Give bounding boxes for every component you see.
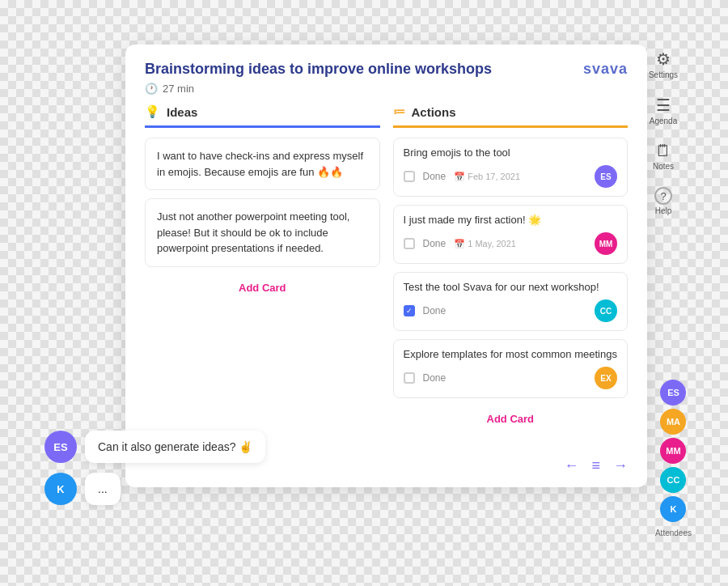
actions-add-card-button[interactable]: Add Card (393, 406, 629, 431)
sidebar-item-help[interactable]: ? Help (650, 182, 677, 220)
clock-icon: 🕐 (145, 83, 158, 95)
header-meta: 🕐 27 min (145, 83, 492, 95)
actions-column-title: Actions (412, 105, 456, 119)
action-card-4-avatar: EX (595, 367, 617, 389)
action-card-1: Bring emojis to the tool Done 📅 Feb 17, … (393, 138, 629, 197)
chat-bubble-2: ... (85, 473, 121, 505)
action-card-3-checkbox[interactable] (404, 305, 415, 316)
sidebar-item-notes[interactable]: 🗒 Notes (648, 137, 679, 176)
attendees-label: Attendees (655, 529, 692, 537)
content-area: 💡 Ideas I want to have check-ins and exp… (125, 104, 647, 451)
ideas-column-header: 💡 Ideas (145, 104, 380, 128)
ideas-add-card-button[interactable]: Add Card (145, 275, 380, 300)
action-meta-left-4: Done (404, 372, 447, 384)
chat-avatar-es: ES (44, 431, 77, 463)
main-panel: Brainstorming ideas to improve online wo… (125, 45, 647, 487)
action-meta-left-3: Done (404, 305, 447, 316)
idea-card-1: I want to have check-ins and express mys… (145, 138, 380, 190)
action-card-1-title: Bring emojis to the tool (404, 146, 618, 159)
actions-column-header: ≔ Actions (393, 104, 629, 128)
brand-logo: svava (583, 61, 628, 78)
chat-bubble-1: Can it also generate ideas? ✌ (85, 431, 265, 463)
header-left: Brainstorming ideas to improve online wo… (145, 61, 492, 95)
prev-nav-button[interactable]: ← (564, 457, 578, 474)
action-card-3: Test the tool Svava for our next worksho… (393, 272, 629, 331)
agenda-icon: ☰ (656, 96, 671, 115)
notes-label: Notes (653, 162, 674, 171)
action-meta-left-2: Done 📅 1 May, 2021 (404, 238, 516, 249)
action-card-4-meta: Done EX (404, 367, 618, 389)
settings-icon: ⚙ (656, 49, 671, 69)
header: Brainstorming ideas to improve online wo… (125, 45, 647, 104)
right-sidebar: ⚙ Settings ☰ Agenda 🗒 Notes ? Help (639, 45, 688, 220)
help-icon: ? (654, 187, 672, 205)
action-card-2-checkbox[interactable] (404, 238, 415, 249)
page-title: Brainstorming ideas to improve online wo… (145, 61, 492, 78)
action-card-4: Explore templates for most common meetin… (393, 339, 629, 398)
attendee-avatar-ma: MA (660, 409, 686, 435)
action-card-3-title: Test the tool Svava for our next worksho… (404, 281, 618, 293)
action-card-2-meta: Done 📅 1 May, 2021 MM (404, 232, 618, 255)
chat-area: ES Can it also generate ideas? ✌ K ... (44, 431, 265, 505)
actions-column: ≔ Actions Bring emojis to the tool Done … (393, 104, 629, 431)
attendee-avatar-k: K (660, 496, 686, 522)
duration-label: 27 min (163, 83, 194, 95)
action-card-3-avatar: CC (595, 299, 617, 322)
attendees-list: ES MA MM CC K (660, 380, 686, 522)
sidebar-item-agenda[interactable]: ☰ Agenda (645, 91, 682, 130)
attendee-avatar-es: ES (660, 380, 686, 406)
attendee-avatar-mm: MM (660, 438, 686, 464)
action-card-2-avatar: MM (595, 232, 617, 255)
action-card-2-title: I just made my first action! 🌟 (404, 214, 618, 226)
action-card-1-meta: Done 📅 Feb 17, 2021 ES (404, 165, 618, 188)
list-nav-button[interactable]: ≡ (591, 457, 600, 474)
ideas-column: 💡 Ideas I want to have check-ins and exp… (145, 104, 380, 431)
sidebar-item-settings[interactable]: ⚙ Settings (644, 45, 683, 84)
next-nav-button[interactable]: → (613, 457, 628, 474)
action-card-1-checkbox[interactable] (404, 171, 415, 182)
ideas-icon: 💡 (145, 104, 160, 119)
help-label: Help (655, 206, 672, 215)
action-card-2: I just made my first action! 🌟 Done 📅 1 … (393, 205, 629, 264)
chat-row-2: K ... (44, 473, 265, 505)
attendee-avatar-cc: CC (660, 467, 686, 493)
action-meta-left-1: Done 📅 Feb 17, 2021 (404, 171, 521, 182)
ideas-column-title: Ideas (167, 105, 197, 119)
attendees-section: ES MA MM CC K Attendees (655, 380, 692, 537)
agenda-label: Agenda (650, 117, 677, 125)
settings-label: Settings (649, 70, 678, 79)
action-card-4-checkbox[interactable] (404, 372, 415, 384)
action-card-1-avatar: ES (595, 165, 617, 188)
chat-row-1: ES Can it also generate ideas? ✌ (44, 431, 265, 463)
notes-icon: 🗒 (655, 142, 671, 160)
chat-avatar-k: K (44, 473, 77, 505)
actions-icon: ≔ (393, 104, 405, 119)
action-card-3-meta: Done CC (404, 299, 618, 322)
action-card-4-title: Explore templates for most common meetin… (404, 348, 618, 360)
idea-card-2: Just not another powerpoint meeting tool… (145, 198, 380, 267)
